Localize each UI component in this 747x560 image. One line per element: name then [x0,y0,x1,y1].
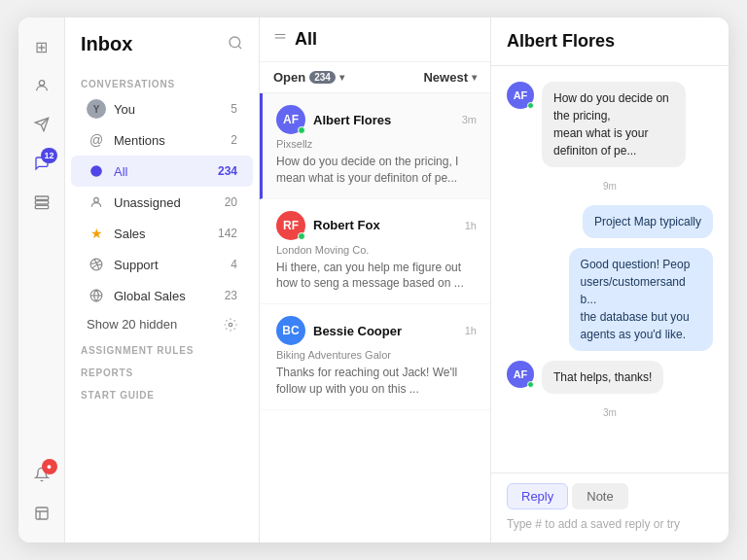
reports-label: REPORTS [65,360,259,382]
reply-bar: Reply Note Type # to add a saved reply o… [491,472,729,542]
robert-company: London Moving Co. [276,244,477,256]
bell-badge: ● [42,459,57,474]
chat-icon[interactable]: 12 [24,146,59,181]
global-sales-count: 23 [225,289,237,302]
sort-label: Newest [423,70,468,85]
sidebar-item-mentions[interactable]: @ Mentions 2 [71,124,253,156]
grid-icon[interactable]: ⊞ [24,29,59,64]
albert-name: Albert Flores [313,113,454,127]
reply-input-hint[interactable]: Type # to add a saved reply or try [507,517,713,531]
status-chevron: ▾ [339,72,344,83]
contact-icon[interactable] [24,68,59,103]
sidebar-header: Inbox [65,33,259,71]
sidebar-item-global-sales[interactable]: Global Sales 23 [71,280,253,311]
msg-avatar-albert-2: AF [507,361,534,388]
you-avatar: Y [87,99,106,119]
chat-messages: AF How do you decide on the pricing,mean… [491,66,729,472]
bessie-name: Bessie Cooper [313,324,457,338]
show-hidden-button[interactable]: Show 20 hidden [71,311,253,337]
svg-point-9 [90,165,102,177]
svg-point-10 [94,197,99,202]
bell-icon[interactable]: ● [24,457,59,492]
svg-line-8 [238,46,241,49]
conv-item-robert[interactable]: RF Robert Fox 1h London Moving Co. Hi th… [260,199,490,305]
svg-rect-2 [35,201,48,204]
albert-avatar: AF [276,105,305,134]
assignment-rules-label: ASSIGNMENT RULES [65,337,259,360]
sales-label: Sales [114,227,210,241]
svg-rect-4 [36,508,48,519]
sidebar-item-support[interactable]: Support 4 [71,249,253,280]
message-row-m1: AF How do you decide on the pricing,mean… [507,82,713,167]
note-tab-button[interactable]: Note [572,483,627,509]
all-label: All [114,164,210,179]
conv-item-albert[interactable]: AF Albert Flores 3m Pixsellz How do you … [260,93,490,199]
albert-company: Pixsellz [276,138,477,150]
sort-filter[interactable]: Newest ▾ [423,70,477,85]
msg-online-dot [527,102,534,109]
online-indicator [298,126,305,134]
robert-time: 1h [465,220,477,231]
support-count: 4 [231,258,237,271]
send-icon[interactable] [24,107,59,142]
msg-time-9m: 9m [507,181,713,192]
message-bubble-m4: That helps, thanks! [542,361,663,394]
sidebar-item-sales[interactable]: ★ Sales 142 [71,218,253,249]
robert-preview: Hi there, can you help me figure out how… [276,260,477,293]
sales-count: 142 [218,227,237,240]
robert-name: Robert Fox [313,218,457,232]
conv-list-header: All [260,18,490,62]
robert-avatar: RF [276,211,305,240]
mentions-label: Mentions [114,133,223,148]
layers-icon[interactable] [24,185,59,220]
status-filter[interactable]: Open 234 ▾ [273,70,344,85]
bessie-time: 1h [465,325,477,336]
conv-item-header-bessie: BC Bessie Cooper 1h [276,316,477,345]
start-guide-label: START GUIDE [65,382,259,404]
chat-title: Albert Flores [491,18,729,66]
settings-icon [224,318,237,332]
svg-point-0 [39,81,44,86]
svg-rect-3 [35,205,48,208]
sidebar-item-you[interactable]: Y You 5 [71,93,253,124]
sidebar-item-unassigned[interactable]: Unassigned 20 [71,187,253,218]
msg-avatar-albert: AF [507,82,534,109]
svg-point-14 [229,323,232,327]
chat-badge: 12 [41,148,56,163]
status-label: Open [273,70,305,85]
reply-tab-button[interactable]: Reply [507,483,568,509]
global-sales-label: Global Sales [114,289,217,303]
bessie-avatar: BC [276,316,305,345]
sidebar-title: Inbox [81,33,132,55]
unassigned-label: Unassigned [114,195,217,210]
you-count: 5 [231,102,237,116]
conv-list-title: All [295,29,477,50]
svg-point-7 [230,37,240,48]
albert-preview: How do you decide on the pricing, I mean… [276,154,477,187]
book-icon[interactable] [24,496,59,531]
msg-time-3m: 3m [507,407,713,418]
chat-panel: Albert Flores AF How do you decide on th… [491,18,729,542]
unassigned-icon [87,192,106,212]
you-label: You [114,102,223,117]
sidebar: Inbox CONVERSATIONS Y You 5 @ Mentions 2… [65,18,260,542]
all-count: 234 [218,164,237,178]
message-row-m4: AF That helps, thanks! [507,361,713,394]
search-icon[interactable] [228,35,243,54]
reply-tabs: Reply Note [507,483,713,509]
message-row-m3: Good question! Peopusers/customersand b.… [507,248,713,351]
sidebar-item-all[interactable]: All 234 [71,156,253,187]
sales-icon: ★ [87,224,106,243]
albert-time: 3m [462,114,477,125]
filter-bar: Open 234 ▾ Newest ▾ [260,62,490,93]
app-container: ⊞ 12 ● Inbox CONVERSATIONS [18,18,729,542]
mentions-count: 2 [231,133,237,147]
sort-chevron: ▾ [472,72,477,83]
online-indicator [298,232,305,240]
icon-bar: ⊞ 12 ● [18,18,65,542]
support-label: Support [114,258,223,272]
conversations-section-label: CONVERSATIONS [65,71,259,93]
message-row-m2: Project Map typically [507,205,713,238]
conv-item-bessie[interactable]: BC Bessie Cooper 1h Biking Adventures Ga… [260,304,490,410]
hamburger-icon[interactable] [273,31,287,48]
